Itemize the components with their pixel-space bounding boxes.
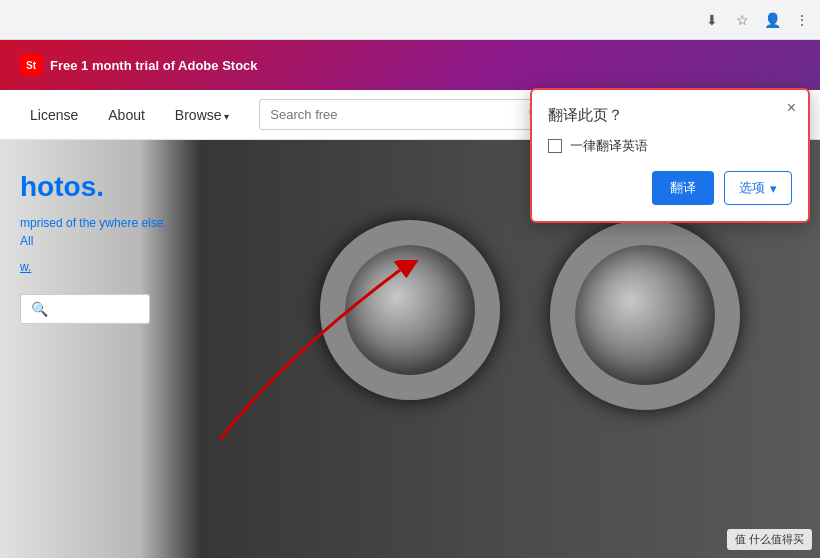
site-header: St Free 1 month trial of Adobe Stock <box>0 40 820 90</box>
nav-item-license[interactable]: License <box>30 102 78 128</box>
browser-toolbar-icons: ⬇ ☆ 👤 ⋮ <box>702 10 812 30</box>
header-title: Free 1 month trial of Adobe Stock <box>50 58 258 73</box>
options-button[interactable]: 选项 ▾ <box>724 171 792 205</box>
options-button-label: 选项 <box>739 179 765 197</box>
search-box[interactable]: 🔍 <box>259 99 559 130</box>
adobe-icon: St <box>20 54 42 76</box>
watermark: 值 什么值得买 <box>727 529 812 550</box>
hero-text-overlay: hotos. mprised of the ywhere else. All w… <box>0 140 200 558</box>
translate-button[interactable]: 翻译 <box>652 171 714 205</box>
nav-item-browse[interactable]: Browse <box>175 102 229 128</box>
translate-checkbox-label: 一律翻译英语 <box>570 137 648 155</box>
download-icon[interactable]: ⬇ <box>702 10 722 30</box>
popup-close-button[interactable]: × <box>787 100 796 116</box>
hero-search-icon: 🔍 <box>31 301 48 317</box>
chevron-down-icon: ▾ <box>770 181 777 196</box>
adobe-logo: St Free 1 month trial of Adobe Stock <box>20 54 258 76</box>
hero-search-box[interactable]: 🔍 <box>20 294 150 324</box>
browser-chrome: ⬇ ☆ 👤 ⋮ <box>0 0 820 40</box>
account-icon[interactable]: 👤 <box>762 10 782 30</box>
search-input[interactable] <box>270 107 520 122</box>
goggle-right <box>550 220 740 410</box>
star-icon[interactable]: ☆ <box>732 10 752 30</box>
menu-icon[interactable]: ⋮ <box>792 10 812 30</box>
translate-checkbox-row: 一律翻译英语 <box>548 137 792 155</box>
nav-item-about[interactable]: About <box>108 102 145 128</box>
hero-sub-text: mprised of the ywhere else. All <box>20 214 180 250</box>
hero-heading: hotos. <box>20 170 180 204</box>
translate-popup: × 翻译此页？ 一律翻译英语 翻译 选项 ▾ <box>530 88 810 223</box>
translate-popup-title: 翻译此页？ <box>548 106 792 125</box>
translate-buttons: 翻译 选项 ▾ <box>548 171 792 205</box>
goggle-left <box>320 220 500 400</box>
translate-always-checkbox[interactable] <box>548 139 562 153</box>
hero-link[interactable]: w. <box>20 260 180 274</box>
